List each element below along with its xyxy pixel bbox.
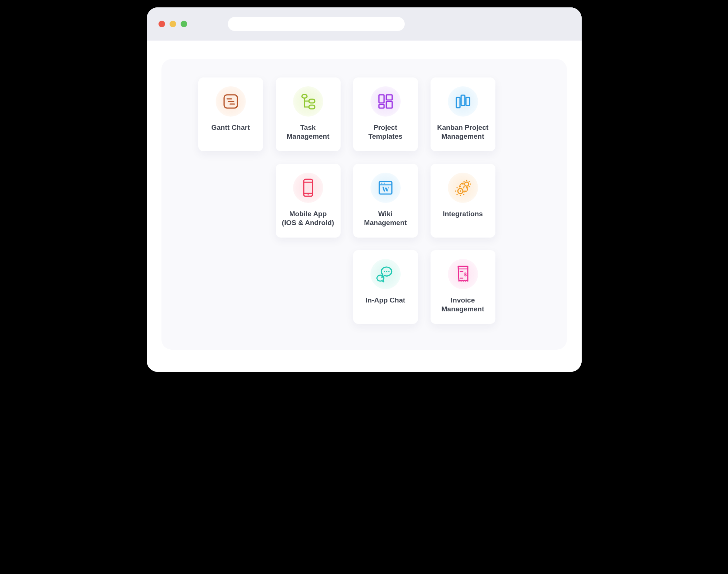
- svg-rect-6: [309, 105, 315, 109]
- templates-grid-icon: [370, 86, 401, 117]
- svg-rect-9: [386, 95, 392, 100]
- svg-point-17: [307, 194, 309, 195]
- feature-label: Gantt Chart: [211, 123, 250, 132]
- mobile-phone-icon: [293, 173, 323, 203]
- kanban-columns-icon: [448, 86, 478, 117]
- svg-point-20: [381, 183, 382, 183]
- feature-card-task[interactable]: TaskManagement: [276, 77, 341, 151]
- feature-panel: Gantt Chart TaskManagement: [161, 59, 567, 350]
- traffic-lights: [159, 21, 187, 27]
- svg-text:$: $: [463, 271, 467, 277]
- svg-rect-7: [379, 95, 384, 103]
- feature-card-kanban[interactable]: Kanban ProjectManagement: [431, 77, 495, 151]
- title-bar: [147, 7, 582, 41]
- svg-point-29: [388, 271, 390, 272]
- feature-grid: Gantt Chart TaskManagement: [198, 77, 530, 324]
- gantt-icon: [216, 86, 246, 117]
- feature-label: Kanban ProjectManagement: [437, 123, 488, 141]
- feature-card-chat[interactable]: In-App Chat: [353, 250, 418, 324]
- feature-label: Mobile App(iOS & Android): [282, 210, 334, 227]
- feature-label: InvoiceManagement: [441, 296, 484, 314]
- feature-label: In-App Chat: [366, 296, 405, 305]
- feature-card-wiki[interactable]: W WikiManagement: [353, 164, 418, 238]
- feature-card-gantt[interactable]: Gantt Chart: [198, 77, 263, 151]
- feature-label: Integrations: [443, 210, 483, 218]
- feature-label: WikiManagement: [364, 210, 407, 227]
- feature-label: ProjectTemplates: [368, 123, 403, 141]
- svg-point-22: [384, 183, 384, 183]
- content-area: Gantt Chart TaskManagement: [147, 41, 582, 372]
- browser-window: Gantt Chart TaskManagement: [147, 7, 582, 372]
- svg-point-27: [384, 271, 385, 272]
- svg-text:W: W: [382, 185, 389, 193]
- feature-card-templates[interactable]: ProjectTemplates: [353, 77, 418, 151]
- integrations-gears-icon: [448, 173, 478, 203]
- svg-point-26: [460, 190, 461, 192]
- svg-point-21: [382, 183, 383, 183]
- svg-rect-11: [456, 97, 460, 108]
- task-tree-icon: [293, 86, 323, 117]
- feature-label: TaskManagement: [286, 123, 329, 141]
- svg-rect-12: [461, 95, 465, 106]
- svg-rect-13: [466, 97, 470, 106]
- invoice-receipt-icon: $: [448, 259, 478, 289]
- svg-point-28: [386, 271, 387, 272]
- feature-card-mobile[interactable]: Mobile App(iOS & Android): [276, 164, 341, 238]
- wiki-page-icon: W: [370, 173, 401, 203]
- address-bar[interactable]: [228, 17, 405, 31]
- svg-rect-8: [379, 104, 384, 108]
- window-close-button[interactable]: [159, 21, 165, 27]
- window-maximize-button[interactable]: [181, 21, 187, 27]
- svg-point-24: [464, 182, 469, 186]
- feature-card-integrations[interactable]: Integrations: [431, 164, 495, 238]
- chat-bubble-icon: [370, 259, 401, 289]
- window-minimize-button[interactable]: [170, 21, 176, 27]
- svg-rect-5: [309, 99, 315, 103]
- feature-card-invoice[interactable]: $ InvoiceManagement: [431, 250, 495, 324]
- svg-rect-10: [386, 101, 392, 108]
